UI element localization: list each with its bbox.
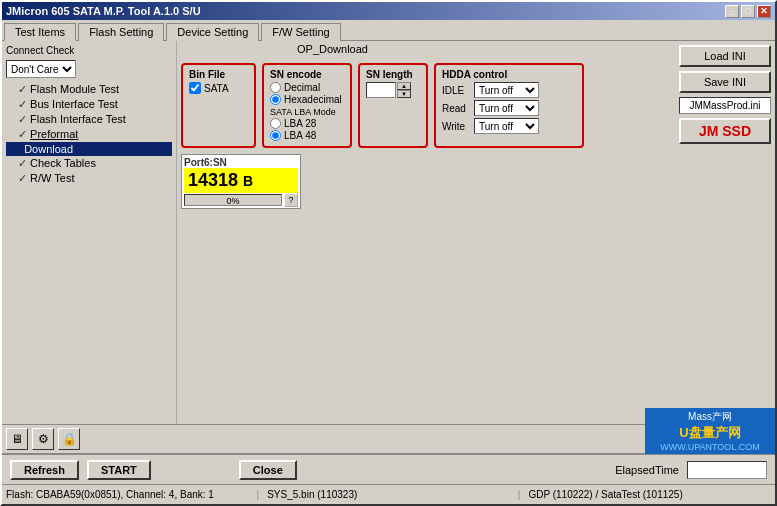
port-box-6: Port6:SN 14318 B 0% ? — [181, 154, 301, 209]
sn-length-down[interactable]: ▼ — [397, 90, 411, 98]
sn-length-input[interactable]: 16 — [366, 82, 396, 98]
hdda-read-label: Read — [442, 103, 470, 114]
connect-check-row: Connect Check — [6, 45, 172, 56]
hdda-write-select[interactable]: Turn off Turn on — [474, 118, 539, 134]
menu-tabs: Test Items Flash Setting Device Setting … — [2, 20, 775, 41]
right-panel: OP_Download Bin File SATA SN encode — [177, 41, 675, 424]
hexadecimal-radio[interactable] — [270, 94, 281, 105]
sn-length-label: SN length — [366, 69, 420, 80]
sata-checkbox-row: SATA — [189, 82, 248, 94]
watermark-url: WWW.UPANTOOL.COM — [649, 442, 771, 452]
elapsed-label: ElapsedTime — [615, 464, 679, 476]
start-button[interactable]: START — [87, 460, 151, 480]
hdda-idle-row: IDLE Turn off Turn on — [442, 82, 576, 98]
sn-length-box: SN length 16 ▲ ▼ — [358, 63, 428, 148]
bottom-icons-bar: 🖥 ⚙ 🔒 Mass产网 U盘量产网 WWW.UPANTOOL.COM — [2, 424, 775, 454]
port-6-progress: 0% — [184, 194, 282, 206]
hdda-write-label: Write — [442, 121, 470, 132]
lock-icon-btn[interactable]: 🔒 — [58, 428, 80, 450]
load-ini-button[interactable]: Load INI — [679, 45, 771, 67]
lba48-row: LBA 48 — [270, 130, 344, 141]
hdda-idle-label: IDLE — [442, 85, 470, 96]
jm-ssd-button[interactable]: JM SSD — [679, 118, 771, 144]
sata-checkbox[interactable] — [189, 82, 201, 94]
decimal-label: Decimal — [284, 82, 320, 93]
sn-encode-label: SN encode — [270, 69, 344, 80]
tab-flash-setting[interactable]: Flash Setting — [78, 23, 164, 41]
close-button[interactable]: Close — [239, 460, 297, 480]
lba48-label: LBA 48 — [284, 130, 316, 141]
port-6-header: Port6:SN — [184, 157, 298, 168]
port-6-pct: 0% — [226, 196, 239, 206]
monitor-icon: 🖥 — [11, 432, 23, 446]
far-right-panel: Load INI Save INI JMMassProd.ini JM SSD — [675, 41, 775, 424]
save-ini-button[interactable]: Save INI — [679, 71, 771, 93]
settings-icon-btn[interactable]: ⚙ — [32, 428, 54, 450]
tab-fw-setting[interactable]: F/W Setting — [261, 23, 340, 41]
tree-item-flash-module[interactable]: ✓ Flash Module Test — [6, 82, 172, 97]
lba28-row: LBA 28 — [270, 118, 344, 129]
hexadecimal-label: Hexadecimal — [284, 94, 342, 105]
minimize-button[interactable]: _ — [725, 5, 739, 18]
title-bar: JMicron 605 SATA M.P. Tool A.1.0 S/U _ □… — [2, 2, 775, 20]
ini-filename: JMMassProd.ini — [679, 97, 771, 114]
tab-device-setting[interactable]: Device Setting — [166, 23, 259, 41]
lba28-label: LBA 28 — [284, 118, 316, 129]
lock-icon: 🔒 — [62, 432, 77, 446]
window-title: JMicron 605 SATA M.P. Tool A.1.0 S/U — [6, 5, 201, 17]
tree-item-check-tables[interactable]: ✓ Check Tables — [6, 156, 172, 171]
settings-row: Bin File SATA SN encode Decimal — [181, 63, 671, 148]
port-6-progress-row: 0% ? — [184, 193, 298, 207]
port-6-value: 14318 — [186, 170, 240, 191]
watermark-logo: U盘量产网 — [649, 424, 771, 442]
hdda-idle-select[interactable]: Turn off Turn on — [474, 82, 539, 98]
sn-length-spinner: 16 ▲ ▼ — [366, 82, 420, 98]
status-gdp: GDP (110222) / SataTest (101125) — [528, 489, 771, 500]
tree-item-flash-interface[interactable]: ✓ Flash Interface Test — [6, 112, 172, 127]
port-area: Port6:SN 14318 B 0% ? — [181, 154, 671, 209]
connect-check-select[interactable]: Don't Care Check — [6, 60, 76, 78]
tree-item-bus-interface[interactable]: ✓ Bus Interface Test — [6, 97, 172, 112]
mass-prod-text: Mass产网 — [649, 410, 771, 424]
watermark: Mass产网 U盘量产网 WWW.UPANTOOL.COM — [645, 408, 775, 454]
hdda-read-select[interactable]: Turn off Turn on — [474, 100, 539, 116]
sn-encode-box: SN encode Decimal Hexadecimal SATA LBA M… — [262, 63, 352, 148]
hdda-box: HDDA control IDLE Turn off Turn on Read … — [434, 63, 584, 148]
sn-length-up[interactable]: ▲ — [397, 82, 411, 90]
connect-check-label: Connect Check — [6, 45, 74, 56]
lba48-radio[interactable] — [270, 130, 281, 141]
content-area: Connect Check Don't Care Check ✓ Flash M… — [2, 41, 775, 424]
maximize-button[interactable]: □ — [741, 5, 755, 18]
status-bar: Flash: CBABA59(0x0851), Channel: 4, Bank… — [2, 484, 775, 504]
decimal-radio[interactable] — [270, 82, 281, 93]
monitor-icon-btn[interactable]: 🖥 — [6, 428, 28, 450]
close-window-button[interactable]: ✕ — [757, 5, 771, 18]
port-6-unit: B — [243, 173, 253, 189]
status-sys-bin: SYS_5.bin (110323) — [267, 489, 510, 500]
hexadecimal-row: Hexadecimal — [270, 94, 344, 105]
tree-item-download[interactable]: Download — [6, 142, 172, 156]
title-bar-controls: _ □ ✕ — [725, 5, 771, 18]
decimal-row: Decimal — [270, 82, 344, 93]
status-flash: Flash: CBABA59(0x0851), Channel: 4, Bank… — [6, 489, 249, 500]
bin-file-label: Bin File — [189, 69, 248, 80]
port-6-help[interactable]: ? — [284, 193, 298, 207]
elapsed-input[interactable] — [687, 461, 767, 479]
lba28-radio[interactable] — [270, 118, 281, 129]
hdda-write-row: Write Turn off Turn on — [442, 118, 576, 134]
op-download-label: OP_Download — [297, 43, 368, 55]
app-window: JMicron 605 SATA M.P. Tool A.1.0 S/U _ □… — [0, 0, 777, 506]
tab-test-items[interactable]: Test Items — [4, 23, 76, 41]
left-panel: Connect Check Don't Care Check ✓ Flash M… — [2, 41, 177, 424]
bin-file-box: Bin File SATA — [181, 63, 256, 148]
gear-icon: ⚙ — [38, 432, 49, 446]
action-bar: Refresh START Close ElapsedTime — [2, 454, 775, 484]
sata-lba-label: SATA LBA Mode — [270, 107, 344, 117]
hdda-read-row: Read Turn off Turn on — [442, 100, 576, 116]
refresh-button[interactable]: Refresh — [10, 460, 79, 480]
sata-label: SATA — [204, 83, 229, 94]
hdda-label: HDDA control — [442, 69, 576, 80]
tree-item-rw-test[interactable]: ✓ R/W Test — [6, 171, 172, 186]
tree-item-preformat[interactable]: ✓ Preformat — [6, 127, 172, 142]
